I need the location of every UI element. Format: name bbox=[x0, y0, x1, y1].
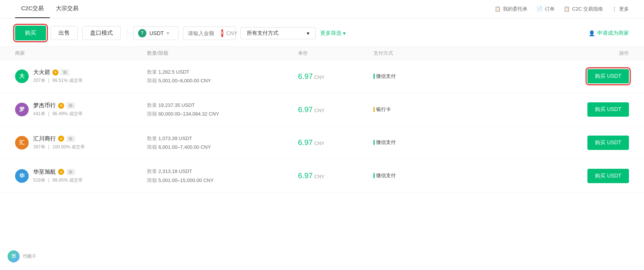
trade-button[interactable]: 购买 USDT bbox=[587, 136, 629, 150]
header-action: 操作 bbox=[449, 50, 629, 57]
merchant-info: 梦 梦杰币行 ✦ 验 441单 ｜ 96.49% 成交率 bbox=[15, 102, 147, 117]
verified-badge: ✦ bbox=[58, 136, 64, 142]
nav-tabs: C2C交易 大宗交易 bbox=[15, 0, 85, 18]
header-merchant: 商家 bbox=[15, 50, 147, 57]
qty-info: 数量 1,282.5 USDT 限额 5,001.00–8,000.00 CNY bbox=[147, 68, 298, 85]
merchant-info: 汇 汇川商行 ✦ 验 397单 ｜ 100.00% 成交率 bbox=[15, 135, 147, 150]
chevron-down-icon: ▾ bbox=[167, 31, 169, 36]
amount-input[interactable] bbox=[188, 30, 218, 36]
c2c-guide-nav[interactable]: 📋 C2C 交易指南 bbox=[564, 6, 603, 12]
qty-row: 数量 2,313.18 USDT bbox=[147, 167, 298, 176]
limit-label: 限额 bbox=[147, 111, 158, 117]
order-history-nav[interactable]: 📄 订单 bbox=[536, 6, 555, 12]
merchant-details: 华至旭航 ✦ 验 519单 ｜ 99.45% 成交率 bbox=[33, 168, 83, 184]
action-col: 购买 USDT bbox=[449, 102, 629, 117]
tab-block-trade[interactable]: 大宗交易 bbox=[50, 0, 85, 18]
qty-row: 数量 1,282.5 USDT bbox=[147, 68, 298, 76]
apply-merchant-button[interactable]: 👤 申请成为商家 bbox=[589, 30, 629, 37]
merchant-name-row: 梦杰币行 ✦ 验 bbox=[33, 102, 83, 109]
merchant-icon: 👤 bbox=[589, 30, 595, 36]
payment-col: 微信支付 bbox=[373, 172, 449, 179]
table-row: 华 华至旭航 ✦ 验 519单 ｜ 99.45% 成交率 数量 2,313.18… bbox=[0, 159, 644, 193]
table-row: 梦 梦杰币行 ✦ 验 441单 ｜ 96.49% 成交率 数量 19,237.3… bbox=[0, 93, 644, 127]
payment-tag: 微信支付 bbox=[373, 73, 396, 80]
trade-button[interactable]: 购买 USDT bbox=[587, 69, 629, 83]
merchant-name: 梦杰币行 bbox=[33, 102, 56, 109]
price-unit: CNY bbox=[314, 108, 324, 113]
table-header: 商家 数量/限额 单价 支付方式 操作 bbox=[0, 46, 644, 60]
payment-tag: 微信支付 bbox=[373, 172, 396, 179]
limit-label: 限额 bbox=[147, 78, 158, 83]
price-value: 6.97 bbox=[298, 72, 313, 80]
price-unit: CNY bbox=[314, 140, 324, 146]
merchant-name: 大火箭 bbox=[33, 69, 50, 76]
more-filter-chevron-icon: ▾ bbox=[343, 30, 346, 36]
cny-icon: ¥ bbox=[221, 29, 223, 37]
payment-tag: 银行卡 bbox=[373, 106, 391, 113]
price-value: 6.97 bbox=[298, 138, 313, 147]
merchant-name-row: 大火箭 ✦ 验 bbox=[33, 69, 83, 76]
merchant-info: 华 华至旭航 ✦ 验 519单 ｜ 99.45% 成交率 bbox=[15, 168, 147, 184]
more-icon: ⋮ bbox=[612, 6, 617, 12]
qty-info: 数量 2,313.18 USDT 限额 5,001.00–15,000.00 C… bbox=[147, 167, 298, 185]
merchant-stats: 207单 ｜ 99.51% 成交率 bbox=[33, 77, 83, 84]
buy-button[interactable]: 购买 bbox=[15, 26, 46, 40]
payment-dot-icon bbox=[373, 74, 375, 79]
payment-col: 银行卡 bbox=[373, 106, 449, 113]
avatar: 梦 bbox=[15, 103, 29, 116]
merchant-details: 汇川商行 ✦ 验 397单 ｜ 100.00% 成交率 bbox=[33, 135, 85, 150]
qty-label: 数量 bbox=[147, 102, 158, 108]
ad-icon: 📋 bbox=[495, 6, 501, 12]
trade-button[interactable]: 购买 USDT bbox=[587, 169, 629, 183]
verified-badge: ✦ bbox=[58, 103, 64, 109]
avatar: 华 bbox=[15, 169, 29, 183]
doc-icon: 📄 bbox=[536, 6, 543, 12]
merchant-name-row: 汇川商行 ✦ 验 bbox=[33, 135, 85, 142]
price-col: 6.97 CNY bbox=[298, 171, 373, 180]
payment-chevron-icon: ▾ bbox=[307, 30, 309, 36]
payment-dot-icon bbox=[373, 173, 375, 178]
coin-select[interactable]: T USDT ▾ bbox=[133, 26, 178, 40]
payment-dot-icon bbox=[373, 107, 375, 112]
merchant-stats: 519单 ｜ 99.45% 成交率 bbox=[33, 177, 83, 184]
more-filter-button[interactable]: 更多筛选 ▾ bbox=[320, 30, 346, 37]
my-orders-nav[interactable]: 📋 我的委托单 bbox=[495, 6, 527, 12]
limit-label: 限额 bbox=[147, 177, 158, 183]
mode-button[interactable]: 盘口模式 bbox=[82, 26, 121, 40]
qty-label: 数量 bbox=[147, 136, 158, 141]
price-unit: CNY bbox=[314, 174, 324, 179]
price-value: 6.97 bbox=[298, 171, 313, 180]
filter-bar: 购买 出售 盘口模式 T USDT ▾ ¥ CNY ▾ 所有支付方式 ▾ 更多筛… bbox=[0, 18, 644, 46]
payment-select[interactable]: 所有支付方式 ▾ bbox=[240, 27, 316, 39]
more-nav[interactable]: ⋮ 更多 bbox=[612, 6, 629, 12]
action-col: 购买 USDT bbox=[449, 169, 629, 183]
avatar: 汇 bbox=[15, 136, 29, 150]
divider bbox=[127, 28, 127, 39]
merchant-name-row: 华至旭航 ✦ 验 bbox=[33, 168, 83, 176]
sell-button[interactable]: 出售 bbox=[51, 26, 78, 40]
top-nav: C2C交易 大宗交易 📋 我的委托单 📄 订单 📋 C2C 交易指南 ⋮ 更多 bbox=[0, 0, 644, 18]
merchant-details: 梦杰币行 ✦ 验 441单 ｜ 96.49% 成交率 bbox=[33, 102, 83, 117]
guide-icon: 📋 bbox=[564, 6, 570, 12]
qty-info: 数量 1,073.39 USDT 限额 6,001.00–7,400.00 CN… bbox=[147, 134, 298, 152]
limit-label: 限额 bbox=[147, 144, 158, 150]
amount-input-wrapper[interactable]: ¥ CNY ▾ bbox=[183, 26, 236, 40]
qty-info: 数量 19,237.35 USDT 限额 60,000.00–134,084.3… bbox=[147, 101, 298, 119]
tab-c2c[interactable]: C2C交易 bbox=[15, 0, 50, 18]
limit-row: 限额 60,000.00–134,084.32 CNY bbox=[147, 110, 298, 118]
verify-tag: 验 bbox=[66, 136, 75, 142]
merchant-name: 汇川商行 bbox=[33, 135, 56, 142]
nav-right: 📋 我的委托单 📄 订单 📋 C2C 交易指南 ⋮ 更多 bbox=[495, 6, 629, 12]
price-col: 6.97 CNY bbox=[298, 138, 373, 147]
avatar: 大 bbox=[15, 69, 29, 83]
payment-col: 微信支付 bbox=[373, 73, 449, 80]
table-row: 大 大火箭 ✦ 验 207单 ｜ 99.51% 成交率 数量 1,282.5 U… bbox=[0, 60, 644, 93]
verify-tag: 验 bbox=[66, 169, 75, 175]
merchant-name: 华至旭航 bbox=[33, 168, 56, 176]
verify-tag: 验 bbox=[61, 69, 69, 76]
trade-button[interactable]: 购买 USDT bbox=[587, 102, 629, 117]
price-col: 6.97 CNY bbox=[298, 72, 373, 81]
qty-label: 数量 bbox=[147, 69, 158, 75]
header-price: 单价 bbox=[298, 50, 373, 57]
merchant-stats: 441单 ｜ 96.49% 成交率 bbox=[33, 111, 83, 117]
